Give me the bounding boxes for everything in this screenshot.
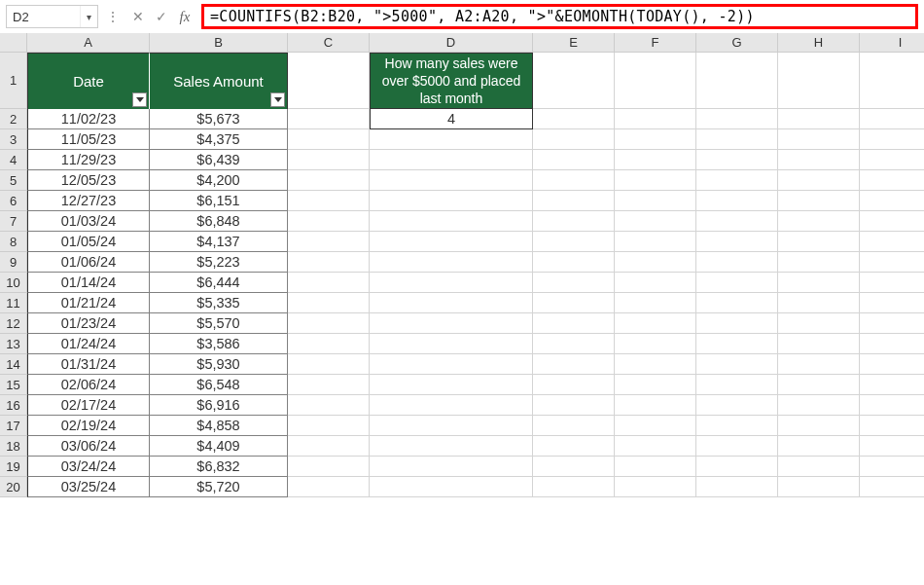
- cell-F10[interactable]: [615, 273, 696, 293]
- cell-G3[interactable]: [696, 129, 778, 150]
- date-cell[interactable]: 01/24/24: [27, 334, 150, 354]
- cell-D20[interactable]: [370, 477, 533, 497]
- cell-I7[interactable]: [860, 211, 924, 232]
- cell-C15[interactable]: [288, 375, 370, 395]
- cell-D8[interactable]: [370, 232, 533, 252]
- cell-E7[interactable]: [533, 211, 615, 232]
- amount-cell[interactable]: $6,832: [150, 457, 288, 477]
- cell-C16[interactable]: [288, 395, 370, 416]
- amount-cell[interactable]: $6,151: [150, 191, 288, 211]
- amount-cell[interactable]: $4,409: [150, 436, 288, 457]
- cell-G2[interactable]: [696, 109, 778, 129]
- cell-E15[interactable]: [533, 375, 615, 395]
- cell-G14[interactable]: [696, 354, 778, 375]
- amount-cell[interactable]: $3,586: [150, 334, 288, 354]
- cell-E9[interactable]: [533, 252, 615, 273]
- header-amount[interactable]: Sales Amount: [150, 53, 288, 109]
- cell-F18[interactable]: [615, 436, 696, 457]
- cell-C14[interactable]: [288, 354, 370, 375]
- amount-cell[interactable]: $5,930: [150, 354, 288, 375]
- cell-E13[interactable]: [533, 334, 615, 354]
- cell-G16[interactable]: [696, 395, 778, 416]
- amount-cell[interactable]: $5,223: [150, 252, 288, 273]
- cell-E4[interactable]: [533, 150, 615, 170]
- cell-C13[interactable]: [288, 334, 370, 354]
- amount-cell[interactable]: $6,439: [150, 150, 288, 170]
- cell-E3[interactable]: [533, 129, 615, 150]
- cell-D5[interactable]: [370, 170, 533, 191]
- cell-D15[interactable]: [370, 375, 533, 395]
- cell-C1[interactable]: [288, 53, 370, 109]
- date-cell[interactable]: 03/06/24: [27, 436, 150, 457]
- cell-G9[interactable]: [696, 252, 778, 273]
- cell-C4[interactable]: [288, 150, 370, 170]
- col-header-E[interactable]: E: [533, 33, 615, 53]
- cell-I13[interactable]: [860, 334, 924, 354]
- row-header-19[interactable]: 19: [0, 457, 27, 477]
- col-header-G[interactable]: G: [696, 33, 778, 53]
- cell-D11[interactable]: [370, 293, 533, 313]
- row-header-1[interactable]: 1: [0, 53, 27, 109]
- cell-E14[interactable]: [533, 354, 615, 375]
- cell-G1[interactable]: [696, 53, 778, 109]
- cell-F2[interactable]: [615, 109, 696, 129]
- amount-cell[interactable]: $5,720: [150, 477, 288, 497]
- cell-H3[interactable]: [778, 129, 860, 150]
- cell-C17[interactable]: [288, 416, 370, 436]
- row-header-9[interactable]: 9: [0, 252, 27, 273]
- cell-G15[interactable]: [696, 375, 778, 395]
- cell-F6[interactable]: [615, 191, 696, 211]
- cell-H18[interactable]: [778, 436, 860, 457]
- cell-F8[interactable]: [615, 232, 696, 252]
- cell-I10[interactable]: [860, 273, 924, 293]
- amount-cell[interactable]: $6,916: [150, 395, 288, 416]
- cell-G4[interactable]: [696, 150, 778, 170]
- date-cell[interactable]: 01/31/24: [27, 354, 150, 375]
- col-header-A[interactable]: A: [27, 33, 150, 53]
- question-header[interactable]: How many sales were over $5000 and place…: [370, 53, 533, 109]
- cell-E17[interactable]: [533, 416, 615, 436]
- cell-H20[interactable]: [778, 477, 860, 497]
- cell-H16[interactable]: [778, 395, 860, 416]
- row-header-18[interactable]: 18: [0, 436, 27, 457]
- amount-cell[interactable]: $6,444: [150, 273, 288, 293]
- row-header-17[interactable]: 17: [0, 416, 27, 436]
- cell-I14[interactable]: [860, 354, 924, 375]
- cell-E2[interactable]: [533, 109, 615, 129]
- col-header-F[interactable]: F: [615, 33, 696, 53]
- cell-H5[interactable]: [778, 170, 860, 191]
- date-cell[interactable]: 02/19/24: [27, 416, 150, 436]
- result-cell[interactable]: 4: [370, 109, 533, 129]
- row-header-13[interactable]: 13: [0, 334, 27, 354]
- cell-F7[interactable]: [615, 211, 696, 232]
- cell-G12[interactable]: [696, 313, 778, 334]
- row-header-16[interactable]: 16: [0, 395, 27, 416]
- cell-I5[interactable]: [860, 170, 924, 191]
- amount-cell[interactable]: $6,548: [150, 375, 288, 395]
- cell-E16[interactable]: [533, 395, 615, 416]
- cell-G7[interactable]: [696, 211, 778, 232]
- cell-F17[interactable]: [615, 416, 696, 436]
- cell-H13[interactable]: [778, 334, 860, 354]
- cell-D18[interactable]: [370, 436, 533, 457]
- cell-I9[interactable]: [860, 252, 924, 273]
- cell-C5[interactable]: [288, 170, 370, 191]
- date-cell[interactable]: 01/05/24: [27, 232, 150, 252]
- cell-C9[interactable]: [288, 252, 370, 273]
- cell-C19[interactable]: [288, 457, 370, 477]
- cell-E8[interactable]: [533, 232, 615, 252]
- cell-I15[interactable]: [860, 375, 924, 395]
- col-header-B[interactable]: B: [150, 33, 288, 53]
- cell-C12[interactable]: [288, 313, 370, 334]
- cell-D17[interactable]: [370, 416, 533, 436]
- confirm-icon[interactable]: ✓: [151, 6, 172, 27]
- cell-H15[interactable]: [778, 375, 860, 395]
- cell-F14[interactable]: [615, 354, 696, 375]
- date-cell[interactable]: 03/24/24: [27, 457, 150, 477]
- date-cell[interactable]: 11/29/23: [27, 150, 150, 170]
- date-cell[interactable]: 01/23/24: [27, 313, 150, 334]
- row-header-11[interactable]: 11: [0, 293, 27, 313]
- cell-I3[interactable]: [860, 129, 924, 150]
- cell-I19[interactable]: [860, 457, 924, 477]
- row-header-3[interactable]: 3: [0, 129, 27, 150]
